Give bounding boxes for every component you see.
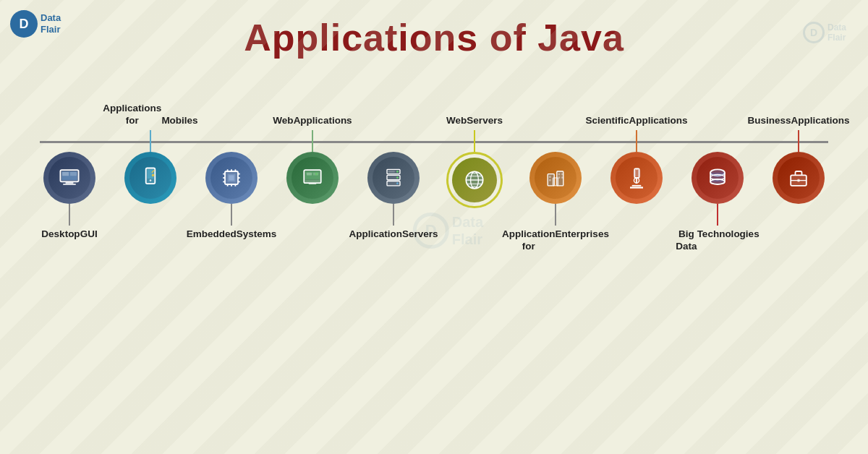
node-10: BusinessApplications: [761, 94, 837, 266]
svg-rect-50: [558, 176, 561, 179]
node-2: Applications forMobiles: [113, 94, 189, 266]
node-4-top-label: WebApplications: [273, 94, 352, 130]
node-8-top-label: ScientificApplications: [585, 94, 687, 130]
svg-point-31: [315, 173, 318, 176]
svg-point-58: [634, 178, 639, 183]
node-2-top-label: Applications forMobiles: [103, 94, 197, 130]
node-5-vline-bottom: [393, 204, 394, 226]
node-6-top-label: WebServers: [446, 94, 503, 130]
svg-rect-46: [553, 178, 558, 186]
svg-point-65: [710, 179, 725, 184]
node-3: EmbeddedSystems: [194, 94, 270, 266]
svg-rect-38: [388, 171, 395, 173]
node-6-vline-top: [474, 130, 475, 152]
svg-rect-27: [305, 181, 320, 182]
node-1-circle: [43, 152, 95, 204]
svg-rect-59: [636, 168, 638, 171]
node-4-circle: [286, 152, 339, 204]
svg-rect-5: [70, 172, 77, 176]
node-9: Big DataTechnologies: [680, 94, 756, 266]
svg-rect-24: [229, 175, 234, 180]
svg-rect-29: [307, 173, 312, 176]
node-9-vline-bottom: [717, 204, 718, 226]
logo-text: Data Flair: [41, 12, 61, 35]
svg-rect-47: [549, 176, 551, 178]
svg-rect-4: [62, 172, 69, 176]
node-3-bottom-label: EmbeddedSystems: [187, 226, 277, 262]
node-7-vline-bottom: [555, 204, 556, 226]
svg-point-36: [396, 176, 399, 179]
node-5-circle: [367, 152, 420, 204]
node-4-vline-top: [312, 130, 313, 152]
svg-point-9: [152, 174, 155, 177]
svg-rect-7: [148, 169, 154, 179]
node-8-circle: [610, 152, 663, 204]
node-5-bottom-label: ApplicationServers: [349, 226, 438, 262]
node-10-circle: [773, 152, 825, 204]
svg-point-35: [396, 171, 399, 173]
node-7: Application forEnterprises: [518, 94, 594, 266]
node-10-top-label: BusinessApplications: [747, 94, 849, 130]
svg-rect-28: [309, 183, 317, 184]
node-10-vline-top: [798, 130, 799, 152]
node-1: DesktopGUI: [32, 94, 108, 266]
svg-rect-48: [549, 179, 551, 181]
nodes-container: DesktopGUIApplications forMobiles Embedd…: [0, 94, 868, 266]
node-9-circle: [692, 152, 744, 204]
node-9-bottom-label: Big DataTechnologies: [676, 226, 759, 262]
node-8: ScientificApplications: [599, 94, 675, 266]
node-8-vline-top: [636, 130, 637, 152]
svg-rect-1: [66, 181, 74, 184]
svg-point-8: [150, 179, 152, 181]
node-1-vline-bottom: [69, 204, 70, 226]
svg-point-37: [396, 182, 399, 184]
svg-rect-51: [561, 174, 563, 176]
watermark-top-right: D DataFlair: [803, 22, 846, 43]
node-6-circle: [446, 152, 503, 208]
page-title: Applications of Java: [0, 0, 868, 59]
node-2-vline-top: [150, 130, 151, 152]
node-2-circle: [124, 152, 176, 204]
node-3-vline-bottom: [231, 204, 232, 226]
logo-icon: D: [10, 10, 38, 38]
node-3-circle: [205, 152, 258, 204]
node-4: WebApplications: [275, 94, 351, 266]
node-6: WebServers: [437, 94, 513, 266]
svg-rect-49: [558, 174, 561, 176]
node-5: ApplicationServers: [356, 94, 432, 266]
node-7-circle: [529, 152, 582, 204]
svg-rect-2: [63, 184, 76, 185]
svg-rect-54: [634, 170, 641, 176]
node-7-bottom-label: Application forEnterprises: [502, 226, 609, 262]
svg-rect-52: [561, 176, 563, 179]
node-1-bottom-label: DesktopGUI: [41, 226, 97, 262]
logo: D Data Flair: [10, 10, 61, 38]
